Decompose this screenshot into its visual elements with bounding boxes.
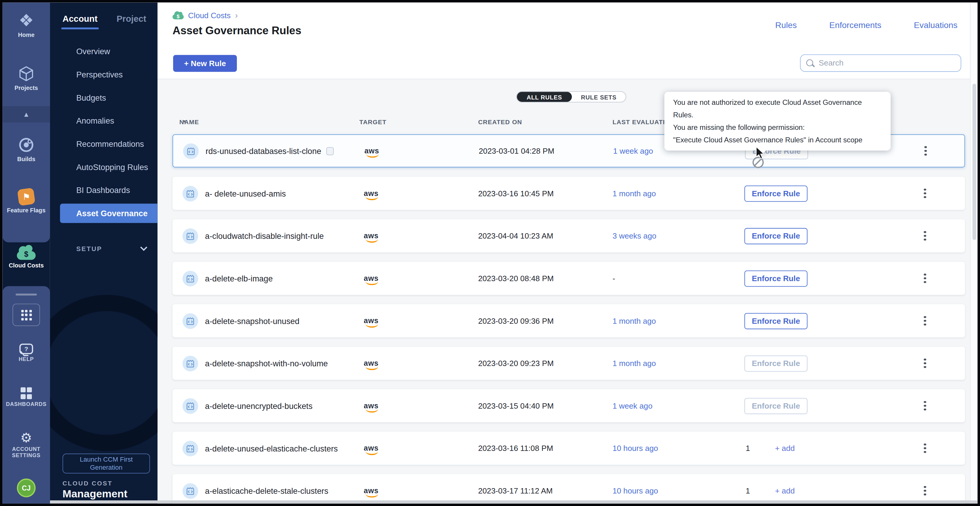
kebab-menu-icon[interactable] bbox=[920, 271, 930, 285]
target-cell: aws bbox=[364, 484, 379, 497]
main-content: $ Cloud Costs › Asset Governance Rules R… bbox=[158, 2, 970, 503]
last-evaluation[interactable]: 1 week ago bbox=[612, 401, 652, 410]
left-nav-rail: ❖ Home Projects ▲ bbox=[2, 2, 50, 503]
sidebar-item-perspectives[interactable]: Perspectives bbox=[50, 63, 158, 86]
rule-icon bbox=[183, 143, 199, 159]
kebab-menu-icon[interactable] bbox=[920, 186, 930, 200]
tooltip-line-1: You are not authorized to execute Cloud … bbox=[673, 96, 882, 121]
enforce-rule-button[interactable]: Enforce Rule bbox=[744, 313, 808, 329]
nav-link-evaluations[interactable]: Evaluations bbox=[914, 21, 957, 30]
add-enforcement-link[interactable]: + add bbox=[775, 486, 795, 495]
launch-ccm-first-gen-button[interactable]: Launch CCM First Generation bbox=[62, 454, 150, 474]
home-label: Home bbox=[18, 32, 34, 39]
sidebar-item-cloud-costs[interactable]: $ Cloud Costs bbox=[2, 245, 50, 269]
tab-rule-sets[interactable]: RULE SETS bbox=[572, 92, 625, 102]
kebab-menu-icon[interactable] bbox=[920, 229, 930, 243]
rule-name[interactable]: rds-unused-databases-list-clone bbox=[205, 146, 321, 155]
created-on: 2023-03-01 04:28 PM bbox=[479, 146, 555, 155]
table-row[interactable]: a-delete-unused-elasticache-clusters aws… bbox=[172, 431, 965, 465]
last-evaluation[interactable]: 1 month ago bbox=[612, 316, 656, 325]
column-header-target[interactable]: TARGET bbox=[360, 119, 387, 126]
kebab-menu-icon[interactable] bbox=[920, 484, 930, 498]
app-window: ❖ Home Projects ▲ bbox=[2, 2, 977, 503]
table-row[interactable]: a-delete-snapshot-unused aws 2023-03-20 … bbox=[172, 305, 965, 338]
cloud-costs-sidebar: Account Project OverviewPerspectivesBudg… bbox=[50, 2, 158, 503]
sidebar-item-feature-flags[interactable]: ⚑ Feature Flags bbox=[2, 189, 50, 214]
sidebar-item-anomalies[interactable]: Anomalies bbox=[50, 109, 158, 133]
search-input[interactable] bbox=[819, 59, 955, 67]
add-enforcement-link[interactable]: + add bbox=[775, 444, 795, 452]
enforce-rule-button[interactable]: Enforce Rule bbox=[744, 228, 808, 244]
breadcrumb-cloud-costs-link[interactable]: Cloud Costs bbox=[188, 11, 231, 20]
kebab-menu-icon[interactable] bbox=[920, 357, 930, 370]
kebab-menu-icon[interactable] bbox=[920, 314, 930, 328]
rule-name[interactable]: a-delete-unencrypted-buckets bbox=[205, 401, 313, 411]
table-row[interactable]: a-delete-elb-image aws 2023-03-20 08:48 … bbox=[172, 262, 965, 295]
sidebar-item-asset-governance[interactable]: Asset Governance bbox=[60, 204, 158, 223]
last-evaluation[interactable]: - bbox=[612, 274, 615, 282]
rail-scroll-up[interactable]: ▲ bbox=[2, 106, 50, 123]
last-evaluation[interactable]: 10 hours ago bbox=[612, 444, 658, 452]
last-evaluation[interactable]: 1 week ago bbox=[613, 146, 653, 155]
module-picker-button[interactable] bbox=[13, 303, 40, 326]
last-evaluation[interactable]: 10 hours ago bbox=[612, 486, 658, 495]
copy-icon[interactable] bbox=[326, 147, 334, 155]
sidebar-item-overview[interactable]: Overview bbox=[50, 40, 158, 63]
rule-name[interactable]: a-delete-snapshot-with-no-volume bbox=[205, 358, 328, 368]
sidebar-item-budgets[interactable]: Budgets bbox=[50, 86, 158, 109]
sidebar-item-builds[interactable]: Builds bbox=[2, 136, 50, 163]
rule-name[interactable]: a-elasticache-delete-stale-clusters bbox=[205, 486, 328, 495]
user-avatar-item[interactable]: CJ bbox=[2, 479, 50, 497]
tooltip-line-2: You are missing the following permission… bbox=[673, 121, 882, 134]
rule-name[interactable]: a- delete-unused-amis bbox=[205, 189, 286, 198]
kebab-menu-icon[interactable] bbox=[920, 441, 930, 455]
kebab-menu-icon[interactable] bbox=[920, 399, 930, 412]
tab-all-rules[interactable]: ALL RULES bbox=[517, 92, 572, 102]
enforce-rule-button[interactable]: Enforce Rule bbox=[744, 185, 808, 201]
last-evaluation[interactable]: 3 weeks ago bbox=[612, 232, 656, 240]
search-icon bbox=[806, 59, 815, 67]
sidebar-item-recommendations[interactable]: Recommendations bbox=[50, 133, 158, 156]
aws-logo-icon: aws bbox=[364, 144, 379, 157]
new-rule-button[interactable]: + New Rule bbox=[173, 55, 237, 72]
rule-name[interactable]: a-delete-snapshot-unused bbox=[205, 316, 299, 325]
created-on: 2023-03-16 10:45 PM bbox=[478, 189, 554, 198]
column-header-created-on[interactable]: CREATED ON bbox=[478, 119, 522, 126]
sidebar-item-bi-dashboards[interactable]: BI Dashboards bbox=[50, 179, 158, 202]
dashboards-icon bbox=[21, 387, 32, 399]
sidebar-item-dashboards[interactable]: DASHBOARDS bbox=[2, 387, 50, 408]
rule-name[interactable]: a-delete-elb-image bbox=[205, 274, 273, 283]
table-row[interactable]: a-delete-unencrypted-buckets aws 2023-03… bbox=[172, 389, 965, 422]
last-evaluation[interactable]: 1 month ago bbox=[612, 359, 656, 368]
breadcrumb: $ Cloud Costs › bbox=[172, 11, 238, 20]
chevron-down-icon bbox=[140, 244, 148, 251]
sidebar-item-help[interactable]: ? HELP bbox=[2, 344, 50, 363]
scrollbar-thumb[interactable] bbox=[972, 84, 976, 240]
created-on: 2023-03-20 08:48 PM bbox=[478, 274, 554, 282]
tab-account[interactable]: Account bbox=[62, 14, 97, 24]
table-row[interactable]: a- delete-unused-amis aws 2023-03-16 10:… bbox=[172, 177, 965, 210]
cube-icon bbox=[18, 65, 35, 82]
nav-link-rules[interactable]: Rules bbox=[775, 21, 797, 30]
rule-name[interactable]: a-delete-unused-elasticache-clusters bbox=[205, 443, 338, 453]
sidebar-item-autostopping-rules[interactable]: AutoStopping Rules bbox=[50, 155, 158, 179]
rule-name[interactable]: a-cloudwatch-disable-insight-rule bbox=[205, 231, 324, 240]
table-row[interactable]: a-delete-snapshot-with-no-volume aws 202… bbox=[172, 347, 965, 380]
sidebar-item-home[interactable]: ❖ Home bbox=[2, 13, 50, 39]
enforce-rule-button[interactable]: Enforce Rule bbox=[744, 270, 808, 287]
tab-project[interactable]: Project bbox=[116, 14, 146, 24]
rule-icon bbox=[182, 398, 198, 413]
avatar[interactable]: CJ bbox=[17, 479, 36, 497]
last-evaluation[interactable]: 1 month ago bbox=[612, 189, 656, 198]
nav-link-enforcements[interactable]: Enforcements bbox=[829, 21, 881, 30]
enforce-rule-button[interactable]: Enforce Rule bbox=[744, 355, 808, 371]
created-on: 2023-03-15 04:40 PM bbox=[478, 401, 554, 410]
table-row[interactable]: a-cloudwatch-disable-insight-rule aws 20… bbox=[172, 219, 965, 252]
sidebar-item-account-settings[interactable]: ⚙ ACCOUNT SETTINGS bbox=[2, 431, 50, 458]
table-row[interactable]: a-elasticache-delete-stale-clusters aws … bbox=[172, 474, 965, 504]
enforce-rule-button[interactable]: Enforce Rule bbox=[744, 398, 808, 414]
kebab-menu-icon[interactable] bbox=[921, 144, 931, 157]
sidebar-item-projects[interactable]: Projects bbox=[2, 65, 50, 92]
page-scrollbar[interactable] bbox=[970, 2, 977, 503]
setup-section-toggle[interactable]: SETUP bbox=[76, 245, 146, 252]
